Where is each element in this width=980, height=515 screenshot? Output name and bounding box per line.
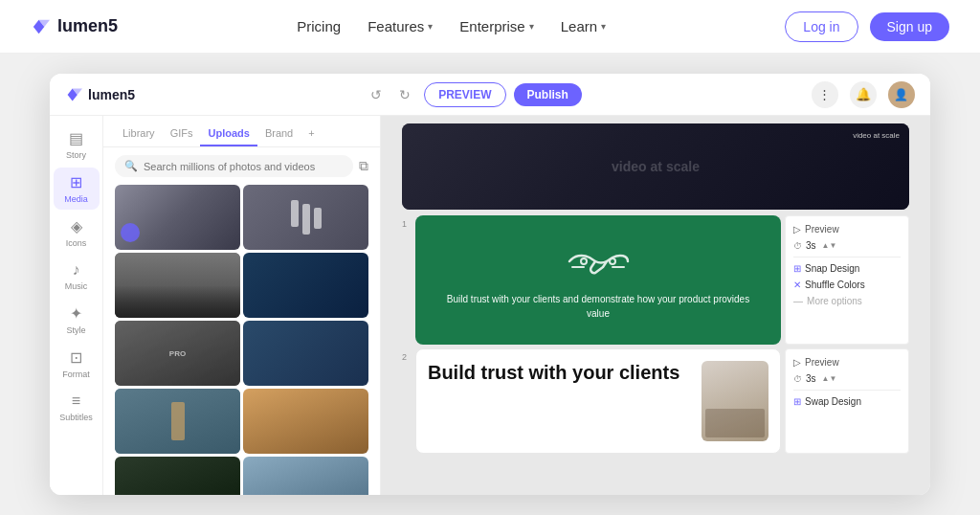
list-item[interactable] [243,321,368,386]
logo-text: lumen5 [57,16,118,36]
tab-add[interactable]: + [301,123,322,146]
preview-label-2: Preview [805,357,839,368]
sidebar-item-format[interactable]: ⊡ Format [54,343,100,385]
video-label: video at scale [853,131,900,140]
canvas-area: video at scale video at scale 1 [381,116,930,495]
nav-learn[interactable]: Learn ▾ [561,18,606,34]
nav-actions: Log in Sign up [785,11,949,42]
swap-icon-2: ⊞ [793,396,801,407]
sidebar-icons: ▤ Story ⊞ Media ◈ Icons ♪ Music ✦ Styl [50,116,103,495]
more-options[interactable]: — More options [793,296,901,306]
signup-button[interactable]: Sign up [870,12,949,41]
swap-design-option-2[interactable]: ⊞ Swap Design [793,396,901,407]
app-container: lumen5 ↺ ↻ PREVIEW Publish ⋮ 🔔 👤 ▤ [50,74,930,495]
right-panel-slide2: ▷ Preview ⏱ 3s ▲▼ ⊞ Swap Design [785,348,909,454]
list-item[interactable] [243,457,368,495]
undo-button[interactable]: ↺ [365,83,388,106]
app-topbar-center: ↺ ↻ PREVIEW Publish [365,82,582,107]
handshake-icon [565,240,632,282]
preview-option-2[interactable]: ▷ Preview [793,357,901,368]
slide-2-row: 2 Build trust with your clients [402,348,909,454]
sidebar-item-story[interactable]: ▤ Story [54,123,100,166]
sidebar-item-subtitles[interactable]: ≡ Subtitles [54,387,100,428]
logo[interactable]: lumen5 [31,16,118,36]
list-item[interactable] [243,185,368,250]
list-item[interactable] [243,253,368,318]
list-item[interactable] [115,457,240,495]
list-item[interactable]: PRO [115,321,240,386]
preview-icon: ▷ [793,224,801,235]
shuffle-label: Shuffle Colors [805,280,865,290]
swap-label: Snap Design [805,263,859,274]
navbar: lumen5 Pricing Features ▾ Enterprise ▾ L… [0,0,980,54]
app-body: ▤ Story ⊞ Media ◈ Icons ♪ Music ✦ Styl [50,116,930,495]
shuffle-colors-option[interactable]: ✕ Shuffle Colors [793,280,901,290]
list-item[interactable] [115,389,240,454]
video-slide: video at scale video at scale [402,123,909,210]
app-topbar-right: ⋮ 🔔 👤 [812,81,915,108]
nav-pricing[interactable]: Pricing [297,18,341,34]
search-icon: 🔍 [124,160,138,172]
more-options-button[interactable]: ⋮ [812,81,838,108]
time-value-1: 3s [806,240,816,251]
story-icon: ▤ [69,129,83,147]
tab-uploads[interactable]: Uploads [200,123,256,146]
list-item[interactable] [115,185,240,250]
more-icon: — [793,296,803,306]
nav-enterprise[interactable]: Enterprise ▾ [459,18,533,34]
media-icon: ⊞ [70,173,82,191]
slide-number-2: 2 [402,348,412,454]
list-item[interactable] [243,389,368,454]
slide-white-title: Build trust with your clients [428,361,692,384]
shuffle-icon: ✕ [793,280,801,290]
logo-icon [31,17,50,36]
tab-brand[interactable]: Brand [257,123,301,146]
publish-button[interactable]: Publish [514,83,582,106]
right-panel-slide1: ▷ Preview ⏱ 3s ▲▼ ⊞ Snap Design [785,215,909,345]
tab-library[interactable]: Library [115,123,163,146]
preview-icon-2: ▷ [793,357,801,368]
slide-white: Build trust with your clients [415,348,781,454]
sidebar-item-icons[interactable]: ◈ Icons [54,212,100,254]
search-input-wrap: 🔍 [115,155,353,177]
filter-icon[interactable]: ⧉ [359,158,368,174]
preview-button[interactable]: PREVIEW [424,82,505,107]
photo-grid: PRO [103,185,380,495]
undo-redo-group: ↺ ↻ [365,83,416,106]
format-icon: ⊡ [70,348,82,367]
time-control-1: ⏱ 3s ▲▼ [793,240,901,251]
swap-icon: ⊞ [793,263,801,274]
slide-number-1: 1 [402,215,412,345]
svg-point-4 [581,258,587,264]
app-logo-icon [65,86,82,103]
tab-gifs[interactable]: GIFs [163,123,201,146]
nav-links: Pricing Features ▾ Enterprise ▾ Learn ▾ [297,18,606,34]
icons-icon: ◈ [71,217,82,235]
svg-point-5 [610,258,615,264]
chevron-down-icon: ▾ [529,21,534,32]
preview-option[interactable]: ▷ Preview [793,224,901,235]
main-area: lumen5 ↺ ↻ PREVIEW Publish ⋮ 🔔 👤 ▤ [0,54,980,515]
list-item[interactable] [115,253,240,318]
more-label: More options [807,296,862,306]
notification-button[interactable]: 🔔 [850,81,877,108]
chevron-down-icon: ▾ [428,21,433,32]
sidebar-item-music[interactable]: ♪ Music [54,256,100,297]
media-tabs: Library GIFs Uploads Brand + [103,116,380,147]
sidebar-item-style[interactable]: ✦ Style [54,299,100,341]
nav-features[interactable]: Features ▾ [368,18,433,34]
swap-design-option[interactable]: ⊞ Snap Design [793,263,901,274]
slide-white-content: Build trust with your clients [428,361,692,441]
slide-green-text: Build trust with your clients and demons… [415,292,781,321]
app-topbar: lumen5 ↺ ↻ PREVIEW Publish ⋮ 🔔 👤 [50,74,930,116]
app-logo: lumen5 [65,86,135,103]
subtitles-icon: ≡ [72,392,80,410]
media-panel: Library GIFs Uploads Brand + 🔍 ⧉ [103,116,381,495]
slide-white-image [702,361,768,441]
sidebar-item-media[interactable]: ⊞ Media [54,168,100,210]
avatar: 👤 [888,81,915,108]
search-input[interactable] [144,161,344,172]
slide-1-row: 1 Build trust with your clients and demo… [402,215,909,345]
login-button[interactable]: Log in [785,11,858,42]
redo-button[interactable]: ↻ [393,83,416,106]
